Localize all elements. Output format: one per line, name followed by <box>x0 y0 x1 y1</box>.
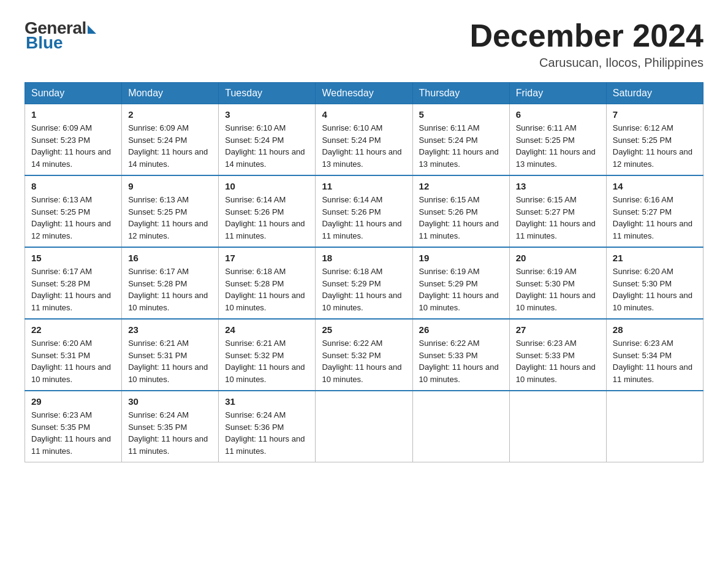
sunrise-value: 6:23 AM <box>63 410 92 419</box>
calendar-day-cell: 29 Sunrise: 6:23 AM Sunset: 5:35 PM Dayl… <box>25 391 122 462</box>
daylight-label: Daylight: 11 hours and 11 minutes. <box>31 291 111 312</box>
sunset-value: 5:34 PM <box>642 351 672 360</box>
day-info: Sunrise: 6:20 AM Sunset: 5:30 PM Dayligh… <box>613 266 697 313</box>
sunset-label: Sunset: <box>419 207 449 216</box>
day-info: Sunrise: 6:13 AM Sunset: 5:25 PM Dayligh… <box>128 194 212 242</box>
sunset-label: Sunset: <box>322 279 351 288</box>
day-number: 11 <box>322 181 406 191</box>
sunrise-label: Sunrise: <box>419 195 450 204</box>
day-number: 23 <box>128 324 212 335</box>
sunrise-value: 6:16 AM <box>644 195 673 204</box>
sunset-label: Sunset: <box>516 279 545 288</box>
sunrise-label: Sunrise: <box>516 267 547 276</box>
day-number: 1 <box>31 109 115 120</box>
daylight-label: Daylight: 11 hours and 13 minutes. <box>419 147 499 169</box>
day-number: 10 <box>225 181 309 191</box>
sunset-value: 5:28 PM <box>254 279 284 288</box>
sunrise-label: Sunrise: <box>613 195 644 204</box>
sunset-label: Sunset: <box>31 423 61 432</box>
calendar-day-cell: 31 Sunrise: 6:24 AM Sunset: 5:36 PM Dayl… <box>219 391 316 462</box>
day-number: 24 <box>225 324 309 335</box>
sunrise-label: Sunrise: <box>225 339 256 348</box>
day-info: Sunrise: 6:15 AM Sunset: 5:26 PM Dayligh… <box>419 194 503 242</box>
sunset-label: Sunset: <box>419 279 449 288</box>
day-info: Sunrise: 6:12 AM Sunset: 5:25 PM Dayligh… <box>613 122 697 170</box>
sunrise-label: Sunrise: <box>322 339 353 348</box>
sunrise-label: Sunrise: <box>613 339 644 348</box>
sunrise-label: Sunrise: <box>322 195 353 204</box>
sunset-value: 5:28 PM <box>61 279 90 288</box>
sunset-value: 5:30 PM <box>642 279 672 288</box>
sunrise-value: 6:24 AM <box>257 410 286 419</box>
daylight-label: Daylight: 11 hours and 10 minutes. <box>419 291 499 312</box>
sunset-value: 5:32 PM <box>254 351 284 360</box>
sunrise-value: 6:21 AM <box>257 339 286 348</box>
daylight-label: Daylight: 11 hours and 10 minutes. <box>31 362 111 384</box>
day-info: Sunrise: 6:24 AM Sunset: 5:35 PM Dayligh… <box>128 409 212 457</box>
sunrise-value: 6:22 AM <box>450 339 480 348</box>
calendar-week-row: 22 Sunrise: 6:20 AM Sunset: 5:31 PM Dayl… <box>25 319 703 391</box>
calendar-day-cell: 26 Sunrise: 6:22 AM Sunset: 5:33 PM Dayl… <box>412 319 509 391</box>
daylight-label: Daylight: 11 hours and 10 minutes. <box>322 362 401 384</box>
sunset-value: 5:29 PM <box>448 279 477 288</box>
day-number: 17 <box>225 253 309 263</box>
day-info: Sunrise: 6:10 AM Sunset: 5:24 PM Dayligh… <box>225 122 309 170</box>
sunset-label: Sunset: <box>419 351 449 360</box>
calendar-table: SundayMondayTuesdayWednesdayThursdayFrid… <box>25 82 703 462</box>
sunrise-value: 6:24 AM <box>159 410 189 419</box>
calendar-week-row: 8 Sunrise: 6:13 AM Sunset: 5:25 PM Dayli… <box>25 175 703 247</box>
day-number: 26 <box>419 324 503 335</box>
day-info: Sunrise: 6:22 AM Sunset: 5:33 PM Dayligh… <box>419 337 503 385</box>
daylight-label: Daylight: 11 hours and 11 minutes. <box>419 219 499 240</box>
sunset-value: 5:33 PM <box>545 351 574 360</box>
day-info: Sunrise: 6:11 AM Sunset: 5:25 PM Dayligh… <box>516 122 600 170</box>
day-of-week-header: Sunday <box>25 83 122 104</box>
sunset-value: 5:26 PM <box>254 207 284 216</box>
sunrise-value: 6:11 AM <box>547 123 577 132</box>
sunset-value: 5:27 PM <box>545 207 574 216</box>
sunrise-value: 6:21 AM <box>159 339 189 348</box>
day-number: 16 <box>128 253 212 263</box>
day-info: Sunrise: 6:22 AM Sunset: 5:32 PM Dayligh… <box>322 337 406 385</box>
sunset-value: 5:29 PM <box>351 279 381 288</box>
sunrise-label: Sunrise: <box>516 195 547 204</box>
calendar-week-row: 29 Sunrise: 6:23 AM Sunset: 5:35 PM Dayl… <box>25 391 703 462</box>
calendar-day-cell: 4 Sunrise: 6:10 AM Sunset: 5:24 PM Dayli… <box>316 104 412 176</box>
day-info: Sunrise: 6:23 AM Sunset: 5:33 PM Dayligh… <box>516 337 600 385</box>
sunset-label: Sunset: <box>225 279 254 288</box>
day-number: 9 <box>128 181 212 191</box>
calendar-week-row: 1 Sunrise: 6:09 AM Sunset: 5:23 PM Dayli… <box>25 104 703 176</box>
day-info: Sunrise: 6:19 AM Sunset: 5:29 PM Dayligh… <box>419 266 503 313</box>
sunrise-label: Sunrise: <box>128 267 159 276</box>
sunrise-label: Sunrise: <box>128 123 159 132</box>
sunset-value: 5:36 PM <box>254 423 284 432</box>
sunrise-value: 6:19 AM <box>547 267 577 276</box>
day-info: Sunrise: 6:09 AM Sunset: 5:24 PM Dayligh… <box>128 122 212 170</box>
calendar-day-cell <box>606 391 703 462</box>
daylight-label: Daylight: 11 hours and 12 minutes. <box>31 219 111 240</box>
daylight-label: Daylight: 11 hours and 11 minutes. <box>225 219 305 240</box>
calendar-day-cell: 13 Sunrise: 6:15 AM Sunset: 5:27 PM Dayl… <box>509 175 606 247</box>
day-number: 6 <box>516 109 600 120</box>
daylight-label: Daylight: 11 hours and 11 minutes. <box>613 219 692 240</box>
day-number: 30 <box>128 396 212 407</box>
sunrise-label: Sunrise: <box>516 339 547 348</box>
sunrise-value: 6:15 AM <box>547 195 577 204</box>
daylight-label: Daylight: 11 hours and 10 minutes. <box>322 291 401 312</box>
calendar-day-cell: 30 Sunrise: 6:24 AM Sunset: 5:35 PM Dayl… <box>122 391 219 462</box>
day-number: 18 <box>322 253 406 263</box>
daylight-label: Daylight: 11 hours and 10 minutes. <box>419 362 499 384</box>
daylight-label: Daylight: 11 hours and 10 minutes. <box>516 362 596 384</box>
sunrise-label: Sunrise: <box>225 123 256 132</box>
day-info: Sunrise: 6:23 AM Sunset: 5:35 PM Dayligh… <box>31 409 115 457</box>
sunrise-value: 6:19 AM <box>450 267 480 276</box>
daylight-label: Daylight: 11 hours and 11 minutes. <box>31 434 111 456</box>
sunrise-value: 6:18 AM <box>354 267 383 276</box>
sunset-label: Sunset: <box>31 351 61 360</box>
sunset-label: Sunset: <box>322 351 351 360</box>
sunrise-label: Sunrise: <box>31 195 63 204</box>
day-info: Sunrise: 6:18 AM Sunset: 5:28 PM Dayligh… <box>225 266 309 313</box>
location: Carusucan, Ilocos, Philippines <box>469 56 703 70</box>
calendar-day-cell: 19 Sunrise: 6:19 AM Sunset: 5:29 PM Dayl… <box>412 247 509 319</box>
day-of-week-header: Thursday <box>412 83 509 104</box>
